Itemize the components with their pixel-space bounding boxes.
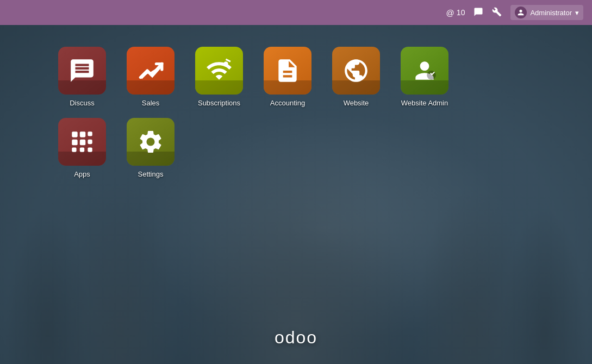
tools-button[interactable] <box>492 7 502 18</box>
svg-rect-7 <box>88 131 92 136</box>
website-admin-icon <box>401 47 448 95</box>
admin-menu[interactable]: Administrator ▾ <box>510 5 583 20</box>
app-subscriptions[interactable]: Subscriptions <box>189 47 249 107</box>
svg-line-1 <box>226 59 230 61</box>
sales-icon <box>127 47 175 95</box>
topbar: @ 10 Administrator ▾ <box>0 0 592 25</box>
settings-icon <box>127 118 175 166</box>
subscriptions-label: Subscriptions <box>198 99 240 107</box>
discuss-label: Discuss <box>70 99 95 107</box>
accounting-label: Accounting <box>270 99 305 107</box>
messages-icon <box>473 7 483 18</box>
website-admin-label: Website Admin <box>401 99 448 107</box>
svg-rect-8 <box>72 147 76 152</box>
app-website[interactable]: Website <box>326 47 386 107</box>
website-label: Website <box>344 99 369 107</box>
notifications-count: 10 <box>457 8 465 17</box>
subscriptions-icon <box>195 47 243 95</box>
admin-label: Administrator <box>530 9 572 17</box>
app-sales[interactable]: Sales <box>121 47 180 107</box>
app-row-1: Discuss Sales <box>52 47 454 107</box>
apps-label: Apps <box>74 170 90 178</box>
app-settings[interactable]: Settings <box>121 118 180 178</box>
svg-rect-6 <box>80 140 85 145</box>
at-icon: @ <box>446 8 454 17</box>
app-apps[interactable]: Apps <box>52 118 112 178</box>
dropdown-arrow: ▾ <box>575 9 579 17</box>
svg-rect-9 <box>80 147 84 152</box>
accounting-icon <box>264 47 311 95</box>
notifications-button[interactable]: @ 10 <box>446 8 465 17</box>
app-grid: Discuss Sales <box>0 25 592 178</box>
svg-rect-4 <box>72 140 77 145</box>
app-discuss[interactable]: Discuss <box>52 47 112 107</box>
app-row-2: Apps Settings <box>52 118 180 178</box>
odoo-logo: odoo <box>275 328 317 348</box>
apps-icon <box>58 118 106 166</box>
svg-rect-3 <box>72 131 77 137</box>
app-website-admin[interactable]: Website Admin <box>395 47 454 107</box>
tools-icon <box>492 7 502 18</box>
discuss-icon <box>58 47 106 95</box>
app-accounting[interactable]: Accounting <box>258 47 317 107</box>
main-content: Discuss Sales <box>0 25 592 364</box>
settings-label: Settings <box>138 170 164 178</box>
svg-rect-11 <box>88 147 92 152</box>
sales-label: Sales <box>142 99 160 107</box>
website-icon <box>332 47 380 95</box>
messages-button[interactable] <box>473 7 483 18</box>
svg-rect-10 <box>88 140 92 144</box>
svg-point-0 <box>223 61 228 66</box>
avatar <box>515 7 527 18</box>
svg-rect-5 <box>80 131 85 137</box>
